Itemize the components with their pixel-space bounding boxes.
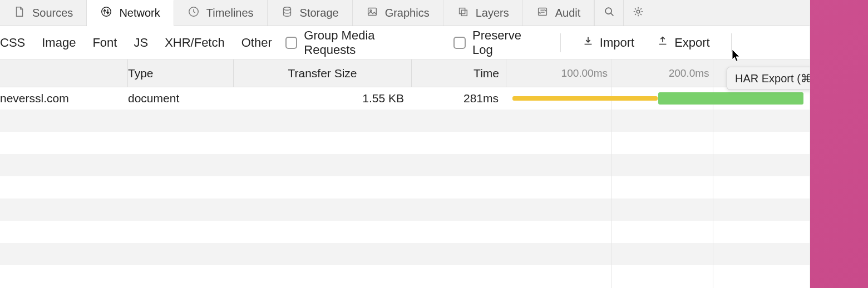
- checkbox-icon: [285, 37, 298, 49]
- svg-rect-5: [459, 8, 465, 13]
- cell-name: neverssl.com: [0, 87, 128, 110]
- svg-point-9: [637, 10, 640, 13]
- svg-point-8: [605, 8, 611, 14]
- cell-time: 281ms: [412, 87, 506, 110]
- tab-sources[interactable]: Sources: [0, 0, 87, 26]
- filter-css[interactable]: CSS: [0, 36, 25, 50]
- empty-row: [0, 221, 810, 243]
- empty-row: [0, 198, 810, 221]
- tab-timelines[interactable]: Timelines: [174, 0, 268, 26]
- timeline-tick: 100.00ms: [611, 59, 660, 87]
- import-button[interactable]: Import: [578, 35, 639, 51]
- audit-icon: [536, 6, 549, 21]
- checkbox-label: Group Media Requests: [304, 28, 427, 57]
- cell-size: 1.55 KB: [234, 87, 412, 110]
- button-label: Export: [674, 36, 710, 50]
- filter-other[interactable]: Other: [241, 36, 272, 50]
- preserve-log-checkbox[interactable]: Preserve Log: [453, 28, 543, 57]
- search-icon: [603, 6, 615, 20]
- filter-image[interactable]: Image: [42, 36, 76, 50]
- search-button[interactable]: [594, 0, 623, 26]
- empty-row: [0, 154, 810, 176]
- tick-label: 200.0ms: [669, 67, 713, 80]
- separator: [560, 33, 561, 52]
- filter-font[interactable]: Font: [92, 36, 117, 50]
- settings-button[interactable]: [623, 0, 652, 26]
- tab-audit[interactable]: Audit: [523, 0, 595, 26]
- svg-point-0: [102, 7, 111, 17]
- export-button[interactable]: Export: [652, 35, 714, 51]
- group-media-checkbox[interactable]: Group Media Requests: [285, 28, 427, 57]
- svg-point-2: [283, 7, 290, 10]
- empty-row: [0, 265, 810, 287]
- tab-label: Graphics: [385, 7, 430, 19]
- import-icon: [582, 35, 594, 51]
- tab-layers[interactable]: Layers: [443, 0, 523, 26]
- column-name[interactable]: [0, 59, 128, 87]
- cell-type: document: [128, 87, 234, 110]
- checkbox-label: Preserve Log: [472, 28, 544, 57]
- empty-row: [0, 176, 810, 198]
- request-row[interactable]: neverssl.com document 1.55 KB 281ms: [0, 87, 810, 110]
- tab-label: Layers: [476, 7, 509, 19]
- timing-bar-download: [658, 92, 804, 105]
- filter-js[interactable]: JS: [134, 36, 148, 50]
- tab-network[interactable]: Network: [87, 0, 174, 26]
- gear-icon: [632, 6, 644, 20]
- inspector-window: Sources Network Timelines Storage Graphi…: [0, 0, 810, 288]
- tab-storage[interactable]: Storage: [268, 0, 353, 26]
- file-icon: [13, 6, 26, 21]
- clear-button[interactable]: [783, 36, 805, 50]
- disable-cache-button[interactable]: [748, 36, 770, 50]
- cell-timeline: [506, 87, 810, 110]
- svg-rect-3: [368, 8, 376, 15]
- button-label: Import: [600, 36, 634, 50]
- empty-row: [0, 243, 810, 265]
- svg-rect-6: [461, 10, 467, 16]
- tab-label: Network: [119, 7, 160, 19]
- clock-icon: [188, 6, 200, 21]
- empty-row: [0, 132, 810, 154]
- empty-row: [0, 110, 810, 132]
- filter-xhr-fetch[interactable]: XHR/Fetch: [165, 36, 225, 50]
- separator: [731, 33, 732, 52]
- network-toolbar: CSS Image Font JS XHR/Fetch Other Group …: [0, 26, 810, 59]
- timing-bar-waiting: [512, 96, 658, 101]
- table-header: Type Transfer Size Time 100.00ms 200.0ms: [0, 59, 810, 87]
- svg-rect-7: [538, 8, 546, 15]
- request-rows: neverssl.com document 1.55 KB 281ms: [0, 87, 810, 288]
- column-type[interactable]: Type: [128, 59, 234, 87]
- checkbox-icon: [453, 37, 466, 49]
- tab-label: Storage: [300, 7, 339, 19]
- database-icon: [281, 6, 293, 21]
- export-tooltip: HAR Export (⌘S): [727, 67, 810, 90]
- network-icon: [100, 6, 112, 21]
- column-transfer-size[interactable]: Transfer Size: [234, 59, 412, 87]
- filter-group: CSS Image Font JS XHR/Fetch Other: [0, 36, 272, 50]
- tab-label: Timelines: [206, 7, 254, 19]
- tab-label: Sources: [32, 7, 73, 19]
- tab-label: Audit: [555, 7, 581, 19]
- column-time[interactable]: Time: [412, 59, 506, 87]
- tab-strip: Sources Network Timelines Storage Graphi…: [0, 0, 810, 26]
- layers-icon: [457, 6, 469, 21]
- tick-label: 100.00ms: [561, 67, 611, 80]
- export-icon: [657, 35, 669, 51]
- image-icon: [366, 6, 378, 21]
- tab-graphics[interactable]: Graphics: [353, 0, 443, 26]
